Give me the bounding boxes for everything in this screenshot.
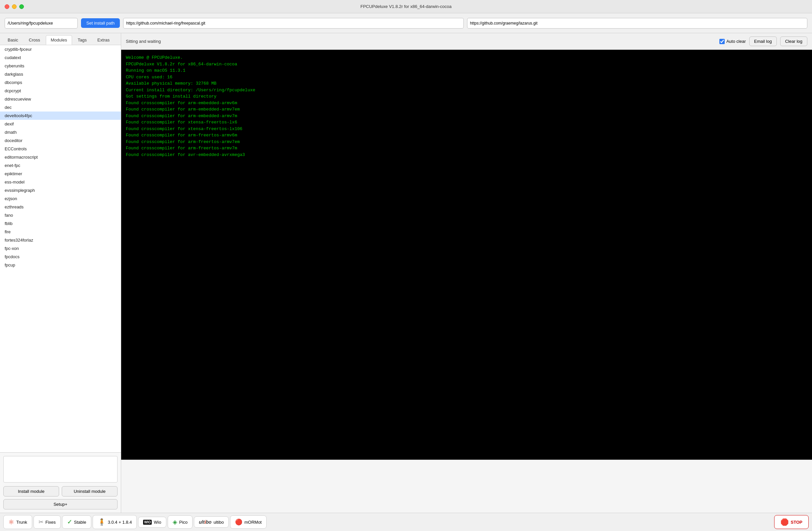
terminal-line: Welcome @ FPCUPdeluxe. (126, 55, 807, 61)
bottom-btn-label: ultibo (214, 520, 224, 525)
list-item[interactable]: fano (0, 211, 121, 219)
install-module-button[interactable]: Install module (3, 486, 59, 497)
tab-tags[interactable]: Tags (73, 35, 92, 45)
log-toolbar: Sitting and waiting Auto clear Email log… (121, 33, 812, 50)
list-item[interactable]: enet-fpc (0, 161, 121, 169)
email-log-button[interactable]: Email log (749, 36, 777, 46)
list-item[interactable]: editormacroscript (0, 153, 121, 161)
install-path-input[interactable] (5, 18, 78, 29)
terminal-line: FPCUPdeluxe V1.8.2r for x86_64-darwin-co… (126, 61, 807, 68)
list-item[interactable]: darkglass (0, 70, 121, 78)
uninstall-module-button[interactable]: Uninstall module (62, 486, 117, 497)
auto-clear-text: Auto clear (726, 39, 746, 44)
maximize-button[interactable] (19, 4, 24, 9)
lazarus-url-input[interactable] (467, 18, 807, 29)
terminal-line: Found crosscompiler for arm-embedded-arm… (126, 113, 807, 119)
bottom-bar: ⚛Trunk✂Fixes✓Stable🧍3.0.4 + 1.8.4WIOWio◈… (0, 513, 812, 531)
terminal-line: Got settings from install directory (126, 93, 807, 100)
list-item[interactable]: dmath (0, 128, 121, 136)
list-item[interactable]: dexif (0, 120, 121, 128)
status-text: Sitting and waiting (126, 39, 716, 44)
extra-panel (121, 460, 812, 513)
bottom-btn-label: mORMot (244, 520, 262, 525)
list-item[interactable]: dcpcrypt (0, 87, 121, 95)
stop-label: STOP (791, 520, 802, 525)
list-item[interactable]: fblib (0, 219, 121, 228)
tab-cross[interactable]: Cross (24, 35, 45, 45)
list-item[interactable]: dec (0, 103, 121, 112)
bottom-btn-wio[interactable]: WIOWio (138, 517, 166, 528)
window-title: FPCUPdeluxe V1.8.2r for x86_64-darwin-co… (361, 4, 452, 9)
auto-clear-checkbox[interactable] (720, 39, 725, 44)
list-item[interactable]: fortes324forlaz (0, 236, 121, 244)
terminal-line: Found crosscompiler for arm-freertos-arm… (126, 139, 807, 145)
setup-button[interactable]: Setup+ (3, 499, 117, 510)
description-box[interactable] (3, 456, 117, 483)
fixes-icon: ✂ (39, 518, 43, 526)
bottom-btn-ultibo[interactable]: ultiboultibo (194, 516, 229, 528)
list-item[interactable]: doceditor (0, 136, 121, 145)
list-item[interactable]: cyberunits (0, 62, 121, 70)
list-item[interactable]: flre (0, 228, 121, 236)
stop-button[interactable]: 🛑STOP (774, 515, 809, 529)
terminal-line: Found crosscompiler for avr-embedded-avr… (126, 152, 807, 158)
list-item[interactable]: epiktimer (0, 169, 121, 178)
wio-icon: WIO (143, 520, 152, 525)
bottom-btn-mormot[interactable]: 🔴mORMot (230, 515, 266, 529)
bottom-btn-304[interactable]: 🧍3.0.4 + 1.8.4 (92, 515, 137, 529)
main-container: Basic Cross Modules Tags Extras cryptlib… (0, 33, 812, 513)
content-area: Sitting and waiting Auto clear Email log… (121, 33, 812, 513)
traffic-lights (5, 4, 24, 9)
sidebar-bottom: Install module Uninstall module Setup+ (0, 452, 121, 513)
list-item[interactable]: evssimplegraph (0, 186, 121, 194)
terminal-line: Found crosscompiler for arm-embedded-arm… (126, 100, 807, 106)
list-item[interactable]: fpcup (0, 261, 121, 269)
bottom-btn-label: Trunk (16, 520, 27, 525)
list-item[interactable]: ddrescueview (0, 95, 121, 103)
stop-icon: 🛑 (781, 518, 789, 526)
set-install-path-button[interactable]: Set install path (81, 18, 120, 28)
terminal-line: Running on macOS 11.3.1 (126, 68, 807, 74)
bottom-btn-label: Pico (179, 520, 188, 525)
terminal-line: Found crosscompiler for arm-freertos-arm… (126, 145, 807, 152)
clear-log-button[interactable]: Clear log (780, 36, 807, 46)
stable-icon: ✓ (67, 518, 72, 526)
list-item[interactable]: dbcomps (0, 78, 121, 87)
tab-basic[interactable]: Basic (3, 35, 23, 45)
terminal-line: Found crosscompiler for arm-freertos-arm… (126, 132, 807, 139)
mormot-icon: 🔴 (235, 518, 242, 526)
terminal-line: CPU cores used: 16 (126, 74, 807, 80)
bottom-btn-label: Fixes (45, 520, 56, 525)
bottom-btn-fixes[interactable]: ✂Fixes (33, 515, 61, 529)
action-buttons: Install module Uninstall module (3, 486, 117, 497)
minimize-button[interactable] (12, 4, 17, 9)
tab-modules[interactable]: Modules (46, 35, 72, 45)
list-item[interactable]: fpc-xon (0, 244, 121, 253)
list-item[interactable]: ess-model (0, 178, 121, 186)
304-icon: 🧍 (98, 518, 106, 526)
list-item[interactable]: ECControls (0, 145, 121, 153)
list-item[interactable]: ezjson (0, 194, 121, 203)
freepascal-url-input[interactable] (123, 18, 463, 29)
terminal-line: Found crosscompiler for xtensa-freertos-… (126, 126, 807, 132)
tabs: Basic Cross Modules Tags Extras (0, 33, 121, 45)
toolbar: Set install path (0, 13, 812, 33)
trunk-icon: ⚛ (8, 518, 14, 526)
terminal-line: Found crosscompiler for xtensa-freertos-… (126, 119, 807, 126)
package-list: cryptlib-fpceurcudatextcyberunitsdarkgla… (0, 45, 121, 452)
list-item[interactable]: fpcdocs (0, 253, 121, 261)
list-item[interactable]: cudatext (0, 54, 121, 62)
list-item[interactable]: ezthreads (0, 203, 121, 211)
bottom-btn-stable[interactable]: ✓Stable (62, 515, 91, 529)
close-button[interactable] (5, 4, 9, 9)
terminal-line: Available physical memory: 32768 MB (126, 80, 807, 87)
list-item[interactable]: develtools4fpc (0, 112, 121, 120)
bottom-btn-label: 3.0.4 + 1.8.4 (108, 520, 132, 525)
bottom-btn-trunk[interactable]: ⚛Trunk (3, 515, 32, 529)
bottom-btn-pico[interactable]: ◈Pico (168, 515, 192, 529)
terminal-line: Current install directory: /Users/ring/f… (126, 87, 807, 93)
terminal: Welcome @ FPCUPdeluxe.FPCUPdeluxe V1.8.2… (121, 50, 812, 460)
auto-clear-label: Auto clear (720, 39, 746, 44)
list-item[interactable]: cryptlib-fpceur (0, 45, 121, 54)
tab-extras[interactable]: Extras (92, 35, 115, 45)
